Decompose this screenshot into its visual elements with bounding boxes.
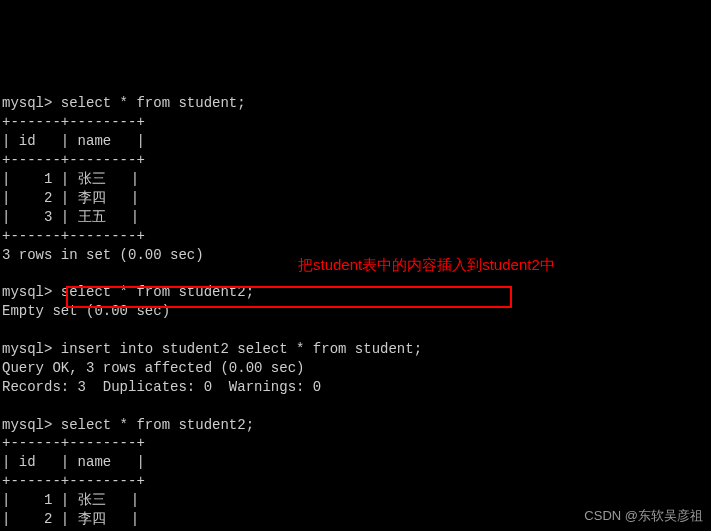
highlight-box	[66, 286, 512, 308]
table-border: +------+--------+	[2, 114, 145, 130]
table-row: | 2 | 李四 |	[2, 511, 139, 527]
prompt-line[interactable]: mysql> select * from student2;	[2, 417, 254, 433]
table-row: | 2 | 李四 |	[2, 190, 139, 206]
table-border: +------+--------+	[2, 152, 145, 168]
table-header: | id | name |	[2, 133, 145, 149]
result-summary: 3 rows in set (0.00 sec)	[2, 247, 204, 263]
table-row: | 1 | 张三 |	[2, 171, 139, 187]
prompt-line[interactable]: mysql> select * from student;	[2, 95, 246, 111]
table-row: | 1 | 张三 |	[2, 492, 139, 508]
annotation-text: 把student表中的内容插入到student2中	[298, 255, 555, 275]
result-summary: Records: 3 Duplicates: 0 Warnings: 0	[2, 379, 321, 395]
table-border: +------+--------+	[2, 435, 145, 451]
watermark: CSDN @东软吴彦祖	[584, 507, 703, 525]
table-border: +------+--------+	[2, 228, 145, 244]
result-summary: Query OK, 3 rows affected (0.00 sec)	[2, 360, 304, 376]
table-header: | id | name |	[2, 454, 145, 470]
table-row: | 3 | 王五 |	[2, 209, 139, 225]
prompt-line[interactable]: mysql> insert into student2 select * fro…	[2, 341, 422, 357]
table-border: +------+--------+	[2, 473, 145, 489]
